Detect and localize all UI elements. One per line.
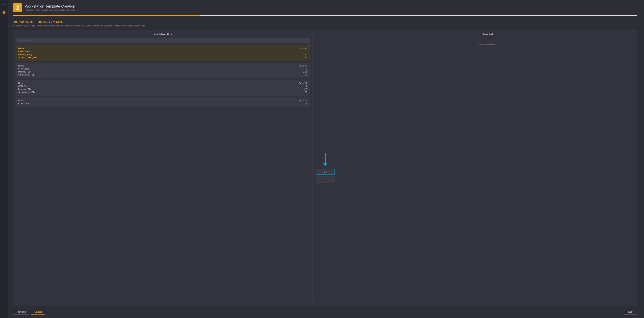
vm-value-name: Basic A0 [299, 47, 307, 50]
vm-value-scratch: 40 [305, 74, 307, 76]
vm-value-cpu: 2 [306, 85, 307, 87]
progress-bar-container [13, 15, 637, 16]
sidebar-dot-button[interactable]: + [2, 11, 6, 14]
vm-label-name: Name [18, 64, 24, 67]
arrow-head [323, 163, 327, 166]
vm-label-cpu: CPU Cores [18, 67, 29, 70]
vm-item-row: Memory (GB) 1.75 [18, 70, 307, 73]
vm-value-memory: 0.75 [303, 53, 307, 56]
previous-button[interactable]: Previous [13, 309, 29, 315]
sidebar: » + [0, 0, 8, 318]
selected-panel: Selected There are no items. [338, 33, 634, 303]
vm-list-scroll-area: Name Basic A0 CPU Cores 1 Memory (GB) 0.… [16, 45, 310, 303]
page-title: Workstation Template Creation [25, 4, 76, 8]
vm-value-name: Basic A1 [299, 64, 307, 67]
vm-item-basic-a1[interactable]: Name Basic A1 CPU Cores 1 Memory (GB) 1.… [16, 63, 310, 78]
vm-label-name: Name [18, 99, 24, 102]
arrow-down-indicator [323, 154, 327, 166]
next-button[interactable]: Next [624, 309, 637, 315]
vm-value-memory: 3.5 [304, 88, 307, 90]
vm-label-memory: Memory (GB) [18, 70, 31, 73]
vm-item-row: Memory (GB) 0.75 [18, 53, 307, 56]
header-icon [13, 3, 22, 12]
footer-left-buttons: Previous Cancel [13, 309, 45, 315]
main-content: Workstation Template Creation Follow eac… [8, 0, 644, 318]
page-subtitle: Follow each step below to create a works… [25, 9, 76, 11]
vm-label-name: Name [18, 82, 24, 84]
vm-value-scratch: 60 [305, 91, 307, 93]
document-icon [15, 5, 20, 10]
section-subtitle: Select the sizes and types of virtual ma… [13, 25, 637, 27]
vm-item-row: CPU Cores 4 [18, 102, 307, 105]
arrow-line [325, 154, 326, 163]
progress-bar-fill [13, 15, 200, 16]
vm-item-row: Name Basic A2 [18, 82, 307, 84]
header-text: Workstation Template Creation Follow eac… [25, 4, 76, 11]
vm-label-cpu: CPU Cores [18, 102, 29, 105]
vm-item-row: Name Basic A0 [18, 47, 307, 50]
no-items-message: There are no items. [340, 43, 634, 45]
vm-item-row: Scratch disk (GB) 40 [18, 74, 307, 76]
filter-input[interactable] [16, 38, 310, 43]
remove-from-selected-button[interactable]: < [316, 176, 334, 182]
vm-label-scratch: Scratch disk (GB) [18, 74, 36, 76]
vm-item-basic-a0[interactable]: Name Basic A0 CPU Cores 1 Memory (GB) 0.… [16, 45, 310, 61]
vm-value-name: Basic A2 [299, 82, 307, 84]
vm-item-row: Name Basic A1 [18, 64, 307, 67]
vm-label-memory: Memory (GB) [18, 53, 32, 56]
sidebar-expand-icon[interactable]: » [3, 3, 5, 6]
vm-value-scratch: 20 [305, 56, 307, 59]
vm-item-row: Name Basic A3 [18, 99, 307, 102]
vm-item-basic-a3[interactable]: Name Basic A3 CPU Cores 4 [16, 97, 310, 107]
vm-item-row: CPU Cores 1 [18, 50, 307, 53]
available-panel-title: Available (321) [16, 33, 310, 36]
selected-panel-title: Selected [340, 33, 634, 36]
vm-item-row: Scratch disk (GB) 60 [18, 91, 307, 93]
vm-item-row: Scratch disk (GB) 20 [18, 56, 307, 59]
vm-label-memory: Memory (GB) [18, 88, 31, 90]
vm-value-name: Basic A3 [299, 99, 307, 102]
vm-value-cpu: 1 [306, 67, 307, 70]
vm-item-row: CPU Cores 1 [18, 67, 307, 70]
vm-item-row: CPU Cores 2 [18, 85, 307, 87]
vm-label-name: Name [18, 47, 24, 50]
vm-item-row: Memory (GB) 3.5 [18, 88, 307, 90]
vm-label-scratch: Scratch disk (GB) [18, 56, 36, 59]
footer: Previous Cancel Next [13, 309, 637, 315]
vm-label-cpu: CPU Cores [18, 85, 29, 87]
vm-item-basic-a2[interactable]: Name Basic A2 CPU Cores 2 Memory (GB) 3.… [16, 80, 310, 96]
available-panel: Available (321) Name Basic A0 CPU Cores … [16, 33, 313, 303]
page-header: Workstation Template Creation Follow eac… [13, 3, 637, 12]
vm-label-scratch: Scratch disk (GB) [18, 91, 36, 93]
vm-value-cpu: 4 [306, 102, 307, 105]
section-title: Add Workstation Template | VM Sizes [13, 20, 637, 24]
add-to-selected-button[interactable]: 1 > [316, 169, 334, 175]
vm-label-cpu: CPU Cores [18, 50, 30, 53]
transfer-controls: 1 > < [313, 33, 338, 303]
cancel-button[interactable]: Cancel [31, 309, 45, 315]
vm-value-cpu: 1 [306, 50, 307, 53]
vm-value-memory: 1.75 [303, 70, 307, 73]
transfer-widget: Available (321) Name Basic A0 CPU Cores … [13, 30, 637, 306]
